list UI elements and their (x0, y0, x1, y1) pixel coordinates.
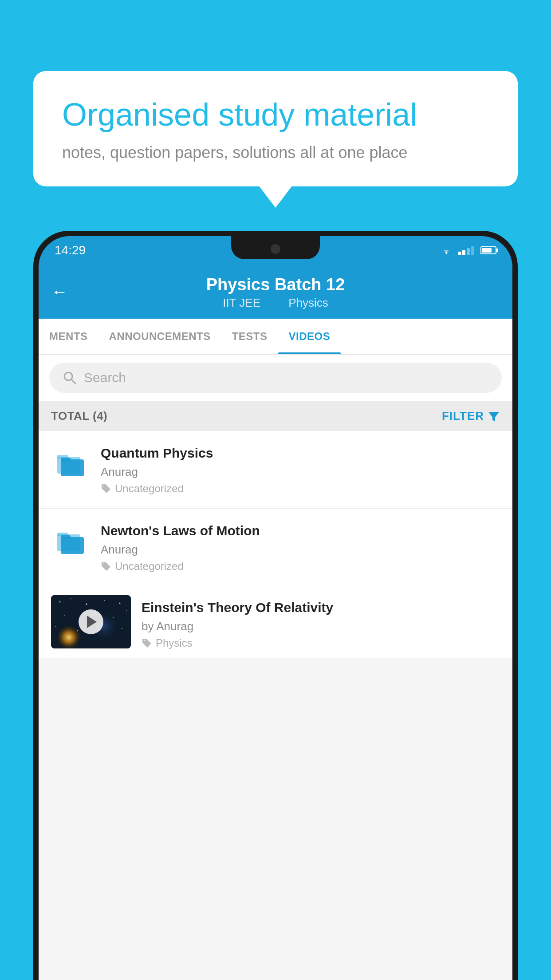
svg-point-16 (104, 600, 105, 601)
folder-icon-1 (55, 448, 87, 480)
battery-icon (480, 246, 496, 254)
filter-funnel-icon (488, 410, 500, 423)
svg-point-14 (71, 598, 71, 599)
header-subtitle-iitjee: IIT JEE (223, 296, 260, 309)
svg-line-2 (71, 379, 75, 383)
tag-icon-2 (101, 561, 111, 572)
total-count: TOTAL (4) (51, 409, 107, 423)
video-item-3[interactable]: Einstein's Theory Of Relativity by Anura… (39, 586, 512, 658)
camera-dot (271, 244, 280, 254)
play-triangle-icon (87, 616, 97, 628)
svg-point-18 (126, 610, 127, 611)
search-input-wrapper[interactable]: Search (49, 363, 502, 393)
header-subtitle: IIT JEE Physics (216, 296, 335, 310)
tab-videos[interactable]: VIDEOS (278, 319, 341, 354)
svg-rect-6 (61, 459, 84, 476)
video-author-2: Anurag (101, 543, 500, 557)
video-tag-2: Uncategorized (101, 560, 500, 573)
status-time: 14:29 (55, 243, 86, 257)
phone-frame: 14:29 (33, 231, 518, 980)
video-tag-3: Physics (142, 637, 500, 649)
video-title-3: Einstein's Theory Of Relativity (142, 599, 500, 616)
svg-rect-10 (61, 537, 84, 554)
speech-bubble-subtitle: notes, question papers, solutions all at… (62, 143, 489, 162)
svg-point-15 (86, 604, 87, 605)
tab-tests[interactable]: TESTS (221, 319, 278, 354)
video-title-2: Newton's Laws of Motion (101, 522, 500, 539)
search-icon (62, 370, 78, 386)
filter-label: FILTER (442, 409, 484, 423)
video-icon-1 (51, 444, 90, 483)
filter-bar: TOTAL (4) FILTER (39, 401, 512, 431)
video-info-1: Quantum Physics Anurag Uncategorized (101, 444, 500, 495)
svg-rect-7 (61, 458, 71, 461)
speech-bubble: Organised study material notes, question… (33, 71, 518, 186)
video-item-2[interactable]: Newton's Laws of Motion Anurag Uncategor… (39, 509, 512, 586)
svg-rect-11 (61, 535, 71, 539)
filter-button[interactable]: FILTER (442, 409, 500, 423)
header-title: Physics Batch 12 (206, 275, 345, 294)
tag-icon-1 (101, 483, 111, 494)
folder-icon-2 (55, 526, 87, 557)
app-header: ← Physics Batch 12 IIT JEE Physics (39, 265, 512, 319)
svg-point-19 (64, 615, 65, 616)
status-icons (439, 245, 496, 256)
video-tag-1: Uncategorized (101, 482, 500, 495)
tag-icon-3 (142, 638, 152, 648)
phone-notch (231, 236, 320, 259)
video-title-1: Quantum Physics (101, 444, 500, 462)
video-author-1: Anurag (101, 465, 500, 479)
svg-point-22 (55, 626, 56, 627)
speech-bubble-title: Organised study material (62, 95, 489, 134)
video-thumbnail-3 (51, 595, 131, 648)
back-button[interactable]: ← (51, 282, 68, 301)
speech-bubble-container: Organised study material notes, question… (33, 71, 518, 186)
tab-ments[interactable]: MENTS (39, 319, 98, 354)
svg-point-0 (446, 253, 447, 254)
video-item-1[interactable]: Quantum Physics Anurag Uncategorized (39, 431, 512, 509)
phone-inner: 14:29 (39, 236, 512, 980)
svg-marker-3 (488, 412, 499, 422)
play-button-3[interactable] (79, 609, 103, 634)
tabs-bar: MENTS ANNOUNCEMENTS TESTS VIDEOS (39, 319, 512, 355)
tab-announcements[interactable]: ANNOUNCEMENTS (98, 319, 221, 354)
search-container: Search (39, 355, 512, 401)
video-info-2: Newton's Laws of Motion Anurag Uncategor… (101, 522, 500, 573)
svg-point-17 (119, 603, 121, 604)
header-subtitle-physics: Physics (288, 296, 328, 309)
video-info-3: Einstein's Theory Of Relativity by Anura… (142, 595, 500, 649)
video-list: Quantum Physics Anurag Uncategorized (39, 431, 512, 658)
video-icon-2 (51, 522, 90, 561)
app-screen: ← Physics Batch 12 IIT JEE Physics MENTS… (39, 265, 512, 980)
video-author-3: by Anurag (142, 620, 500, 633)
signal-bars-icon (458, 245, 474, 255)
search-placeholder: Search (84, 370, 126, 385)
svg-point-13 (59, 601, 61, 603)
wifi-icon (439, 245, 453, 256)
